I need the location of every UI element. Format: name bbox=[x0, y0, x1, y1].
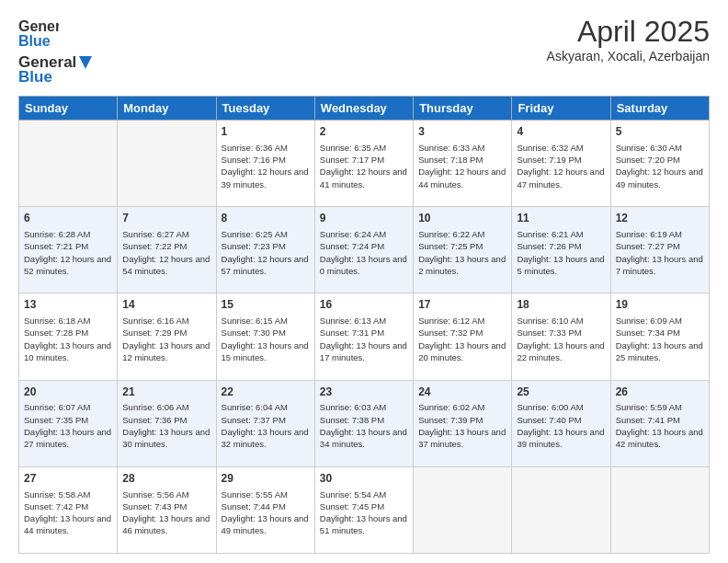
page: General Blue General Blue April 2025 Ask… bbox=[0, 0, 728, 563]
calendar-cell: 3Sunrise: 6:33 AM Sunset: 7:18 PM Daylig… bbox=[414, 121, 512, 207]
day-info: Sunrise: 6:07 AM Sunset: 7:35 PM Dayligh… bbox=[24, 401, 112, 450]
day-number: 20 bbox=[24, 385, 112, 400]
calendar-cell: 27Sunrise: 5:58 AM Sunset: 7:42 PM Dayli… bbox=[19, 466, 118, 553]
day-info: Sunrise: 6:16 AM Sunset: 7:29 PM Dayligh… bbox=[122, 315, 210, 363]
day-info: Sunrise: 5:56 AM Sunset: 7:43 PM Dayligh… bbox=[122, 488, 210, 537]
day-info: Sunrise: 6:33 AM Sunset: 7:18 PM Dayligh… bbox=[418, 142, 506, 190]
day-number: 7 bbox=[122, 211, 210, 226]
day-number: 1 bbox=[222, 124, 310, 140]
day-number: 10 bbox=[418, 211, 506, 226]
day-info: Sunrise: 6:21 AM Sunset: 7:26 PM Dayligh… bbox=[517, 228, 605, 277]
day-info: Sunrise: 6:02 AM Sunset: 7:39 PM Dayligh… bbox=[418, 401, 506, 450]
day-info: Sunrise: 5:55 AM Sunset: 7:44 PM Dayligh… bbox=[222, 488, 310, 537]
day-info: Sunrise: 6:15 AM Sunset: 7:30 PM Dayligh… bbox=[222, 315, 310, 363]
day-number: 21 bbox=[122, 385, 210, 400]
day-info: Sunrise: 6:06 AM Sunset: 7:36 PM Dayligh… bbox=[122, 401, 210, 450]
calendar-cell bbox=[610, 466, 709, 553]
day-number: 17 bbox=[418, 297, 506, 313]
day-info: Sunrise: 6:13 AM Sunset: 7:31 PM Dayligh… bbox=[320, 315, 408, 363]
calendar-cell: 25Sunrise: 6:00 AM Sunset: 7:40 PM Dayli… bbox=[512, 380, 610, 466]
day-info: Sunrise: 6:12 AM Sunset: 7:32 PM Dayligh… bbox=[418, 315, 506, 363]
day-info: Sunrise: 6:04 AM Sunset: 7:37 PM Dayligh… bbox=[222, 401, 310, 450]
calendar: SundayMondayTuesdayWednesdayThursdayFrid… bbox=[18, 96, 710, 554]
day-info: Sunrise: 5:59 AM Sunset: 7:41 PM Dayligh… bbox=[616, 401, 704, 450]
calendar-cell: 4Sunrise: 6:32 AM Sunset: 7:19 PM Daylig… bbox=[512, 121, 610, 207]
day-info: Sunrise: 5:58 AM Sunset: 7:42 PM Dayligh… bbox=[24, 488, 112, 537]
day-number: 3 bbox=[418, 124, 506, 140]
calendar-cell: 7Sunrise: 6:27 AM Sunset: 7:22 PM Daylig… bbox=[118, 207, 216, 293]
logo-triangle-icon bbox=[77, 55, 94, 70]
calendar-cell: 17Sunrise: 6:12 AM Sunset: 7:32 PM Dayli… bbox=[414, 293, 512, 380]
calendar-cell bbox=[512, 466, 610, 553]
calendar-cell: 22Sunrise: 6:04 AM Sunset: 7:37 PM Dayli… bbox=[216, 380, 314, 466]
day-header-sunday: Sunday bbox=[19, 97, 118, 121]
svg-marker-3 bbox=[79, 56, 92, 69]
day-info: Sunrise: 6:35 AM Sunset: 7:17 PM Dayligh… bbox=[320, 142, 408, 190]
calendar-cell: 24Sunrise: 6:02 AM Sunset: 7:39 PM Dayli… bbox=[414, 380, 512, 466]
calendar-cell: 10Sunrise: 6:22 AM Sunset: 7:25 PM Dayli… bbox=[414, 207, 512, 293]
day-number: 5 bbox=[616, 124, 704, 140]
day-header-thursday: Thursday bbox=[414, 97, 512, 121]
day-number: 25 bbox=[517, 385, 605, 400]
day-info: Sunrise: 6:28 AM Sunset: 7:21 PM Dayligh… bbox=[24, 228, 112, 277]
day-header-monday: Monday bbox=[118, 97, 216, 121]
calendar-cell: 19Sunrise: 6:09 AM Sunset: 7:34 PM Dayli… bbox=[610, 293, 709, 380]
day-number: 30 bbox=[320, 471, 408, 487]
calendar-cell: 15Sunrise: 6:15 AM Sunset: 7:30 PM Dayli… bbox=[216, 293, 314, 380]
day-number: 4 bbox=[517, 124, 605, 140]
calendar-cell: 20Sunrise: 6:07 AM Sunset: 7:35 PM Dayli… bbox=[19, 380, 118, 466]
calendar-cell: 26Sunrise: 5:59 AM Sunset: 7:41 PM Dayli… bbox=[610, 380, 709, 466]
calendar-cell: 8Sunrise: 6:25 AM Sunset: 7:23 PM Daylig… bbox=[216, 207, 314, 293]
week-row-4: 27Sunrise: 5:58 AM Sunset: 7:42 PM Dayli… bbox=[19, 466, 710, 553]
day-info: Sunrise: 6:24 AM Sunset: 7:24 PM Dayligh… bbox=[320, 228, 408, 277]
calendar-cell: 23Sunrise: 6:03 AM Sunset: 7:38 PM Dayli… bbox=[314, 380, 413, 466]
day-info: Sunrise: 6:30 AM Sunset: 7:20 PM Dayligh… bbox=[616, 142, 704, 190]
calendar-cell: 2Sunrise: 6:35 AM Sunset: 7:17 PM Daylig… bbox=[314, 121, 413, 207]
day-number: 6 bbox=[24, 211, 112, 226]
week-row-1: 6Sunrise: 6:28 AM Sunset: 7:21 PM Daylig… bbox=[19, 207, 710, 293]
calendar-cell: 11Sunrise: 6:21 AM Sunset: 7:26 PM Dayli… bbox=[512, 207, 610, 293]
day-number: 29 bbox=[222, 471, 310, 487]
calendar-cell: 9Sunrise: 6:24 AM Sunset: 7:24 PM Daylig… bbox=[314, 207, 413, 293]
day-info: Sunrise: 6:32 AM Sunset: 7:19 PM Dayligh… bbox=[517, 142, 605, 190]
day-number: 9 bbox=[320, 211, 408, 226]
calendar-cell: 29Sunrise: 5:55 AM Sunset: 7:44 PM Dayli… bbox=[216, 466, 314, 553]
day-header-saturday: Saturday bbox=[610, 97, 709, 121]
month-title: April 2025 bbox=[547, 15, 710, 49]
calendar-cell: 5Sunrise: 6:30 AM Sunset: 7:20 PM Daylig… bbox=[610, 121, 709, 207]
day-info: Sunrise: 6:27 AM Sunset: 7:22 PM Dayligh… bbox=[122, 228, 210, 277]
calendar-cell bbox=[19, 121, 118, 207]
calendar-cell: 18Sunrise: 6:10 AM Sunset: 7:33 PM Dayli… bbox=[512, 293, 610, 380]
svg-text:Blue: Blue bbox=[18, 33, 51, 49]
day-info: Sunrise: 6:00 AM Sunset: 7:40 PM Dayligh… bbox=[517, 401, 605, 450]
day-header-wednesday: Wednesday bbox=[314, 97, 413, 121]
day-number: 28 bbox=[122, 471, 210, 487]
logo: General Blue General Blue bbox=[18, 15, 94, 86]
calendar-cell: 13Sunrise: 6:18 AM Sunset: 7:28 PM Dayli… bbox=[19, 293, 118, 380]
day-info: Sunrise: 6:36 AM Sunset: 7:16 PM Dayligh… bbox=[222, 142, 310, 190]
calendar-cell: 30Sunrise: 5:54 AM Sunset: 7:45 PM Dayli… bbox=[314, 466, 413, 553]
day-number: 24 bbox=[418, 385, 506, 400]
calendar-cell: 14Sunrise: 6:16 AM Sunset: 7:29 PM Dayli… bbox=[118, 293, 216, 380]
day-info: Sunrise: 6:19 AM Sunset: 7:27 PM Dayligh… bbox=[616, 228, 704, 277]
day-number: 13 bbox=[24, 297, 112, 313]
day-number: 18 bbox=[517, 297, 605, 313]
logo-icon: General Blue bbox=[18, 15, 59, 50]
calendar-cell: 28Sunrise: 5:56 AM Sunset: 7:43 PM Dayli… bbox=[118, 466, 216, 553]
week-row-2: 13Sunrise: 6:18 AM Sunset: 7:28 PM Dayli… bbox=[19, 293, 710, 380]
day-number: 8 bbox=[222, 211, 310, 226]
day-number: 23 bbox=[320, 385, 408, 400]
day-number: 2 bbox=[320, 124, 408, 140]
week-row-0: 1Sunrise: 6:36 AM Sunset: 7:16 PM Daylig… bbox=[19, 121, 710, 207]
calendar-cell: 6Sunrise: 6:28 AM Sunset: 7:21 PM Daylig… bbox=[19, 207, 118, 293]
day-info: Sunrise: 6:03 AM Sunset: 7:38 PM Dayligh… bbox=[320, 401, 408, 450]
day-number: 15 bbox=[222, 297, 310, 313]
day-info: Sunrise: 6:10 AM Sunset: 7:33 PM Dayligh… bbox=[517, 315, 605, 363]
day-number: 16 bbox=[320, 297, 408, 313]
calendar-cell: 1Sunrise: 6:36 AM Sunset: 7:16 PM Daylig… bbox=[216, 121, 314, 207]
calendar-cell: 16Sunrise: 6:13 AM Sunset: 7:31 PM Dayli… bbox=[314, 293, 413, 380]
location: Askyaran, Xocali, Azerbaijan bbox=[547, 49, 710, 63]
calendar-cell: 21Sunrise: 6:06 AM Sunset: 7:36 PM Dayli… bbox=[118, 380, 216, 466]
day-info: Sunrise: 5:54 AM Sunset: 7:45 PM Dayligh… bbox=[320, 488, 408, 537]
day-info: Sunrise: 6:22 AM Sunset: 7:25 PM Dayligh… bbox=[418, 228, 506, 277]
